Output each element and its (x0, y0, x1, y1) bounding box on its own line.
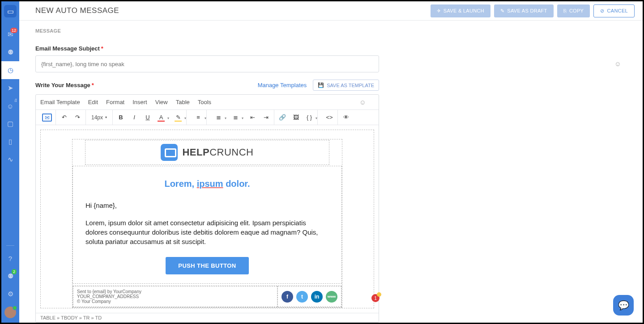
menu-insert[interactable]: Insert (132, 99, 147, 105)
email-headline[interactable]: Lorem, ipsum dolor. (85, 179, 329, 189)
helpcrunch-logo-icon (161, 144, 178, 161)
save-as-template-button[interactable]: 💾SAVE AS TEMPLATE (313, 80, 379, 91)
nav-contacts[interactable]: ⚉ (1, 43, 19, 61)
chat-widget-button[interactable]: 💬 (613, 295, 634, 316)
editor-breadcrumb[interactable]: TABLE » TBODY » TR » TD (36, 313, 379, 322)
menu-table[interactable]: Table (176, 99, 190, 105)
menu-email-template[interactable]: Email Template (40, 99, 80, 105)
nav-inbox[interactable]: ✉12 (1, 25, 19, 43)
helpcrunch-logo-text: HELPCRUNCH (182, 147, 253, 158)
nav-knowledge[interactable]: ▯ (1, 133, 19, 151)
linkedin-icon[interactable]: in (311, 291, 323, 303)
footer-sent-to: Sent to {email} by YourCompany (77, 289, 273, 294)
website-icon[interactable]: www (326, 291, 337, 303)
facebook-icon[interactable]: f (281, 291, 293, 303)
code-button[interactable]: <> (325, 114, 334, 121)
main-panel: NEW AUTO MESSAGE ✈SAVE & LAUNCH ✎SAVE AS… (19, 1, 643, 323)
nav-help[interactable]: ? (1, 249, 19, 267)
page-header: NEW AUTO MESSAGE ✈SAVE & LAUNCH ✎SAVE AS… (19, 1, 643, 21)
save-launch-button[interactable]: ✈SAVE & LAUNCH (431, 4, 490, 17)
menu-view[interactable]: View (155, 99, 168, 105)
editor-canvas[interactable]: HELPCRUNCH Lorem, ipsum dolor. Hi {name}… (36, 125, 379, 313)
nav-auto-messages[interactable]: ◷ (1, 61, 19, 79)
section-label-message: MESSAGE (19, 21, 643, 34)
notification-badge[interactable]: 1 (371, 294, 380, 302)
pencil-icon: ✎ (500, 8, 504, 14)
save-icon: 💾 (318, 82, 324, 88)
indent-button[interactable]: ⇥ (261, 114, 270, 121)
message-label: Write Your Message* (35, 82, 94, 88)
editor-menubar: Email Template Edit Format Insert View T… (36, 95, 379, 110)
editor-toolbar: ✉ ↶ ↷ 14px▾ B I U A▾ ✎▾ ≡▾ (36, 110, 379, 125)
cancel-icon: ⊘ (600, 8, 604, 14)
bold-button[interactable]: B (116, 114, 125, 121)
italic-button[interactable]: I (130, 114, 139, 121)
undo-button[interactable]: ↶ (60, 114, 68, 121)
invite-badge: 2 (12, 269, 17, 274)
bullet-list-button[interactable]: ≣▾ (214, 114, 223, 121)
align-button[interactable]: ≡▾ (194, 114, 203, 121)
subject-input[interactable] (35, 55, 379, 72)
nav-send[interactable]: ➤ (1, 79, 19, 97)
underline-button[interactable]: U (143, 114, 152, 121)
app-logo: ▭ (4, 5, 17, 17)
manage-templates-link[interactable]: Manage Templates (258, 82, 307, 88)
image-button[interactable]: 🖼 (291, 114, 300, 121)
cancel-button[interactable]: ⊘CANCEL (593, 4, 635, 17)
send-icon: ✈ (437, 8, 441, 14)
menu-tools[interactable]: Tools (198, 99, 211, 105)
nav-bot[interactable]: ☺ß (1, 97, 19, 115)
email-body[interactable]: Lorem, ipsum dolor. Hi {name}, Lorem, ip… (73, 166, 342, 284)
left-sidebar: ▭ ✉12 ⚉ ◷ ➤ ☺ß ▢ ▯ ∿ ? ⚉2 ⚙ (1, 1, 19, 323)
copy-button[interactable]: ⎘COPY (557, 4, 590, 17)
variable-button[interactable]: { }▾ (305, 114, 314, 121)
save-draft-button[interactable]: ✎SAVE AS DRAFT (494, 4, 554, 17)
email-footer[interactable]: Sent to {email} by YourCompany YOUR_COMP… (73, 286, 342, 307)
footer-copyright: © Your Company (77, 299, 273, 304)
emoji-icon[interactable]: ☺ (359, 98, 366, 106)
menu-format[interactable]: Format (106, 99, 124, 105)
highlight-button[interactable]: ✎▾ (174, 114, 183, 121)
link-button[interactable]: 🔗 (278, 114, 287, 121)
twitter-icon[interactable]: t (296, 291, 308, 303)
preview-button[interactable]: 👁 (341, 114, 350, 121)
redo-button[interactable]: ↷ (73, 114, 82, 121)
footer-address: YOUR_COMPANY_ADDRESS (77, 294, 273, 299)
copy-icon: ⎘ (563, 8, 567, 13)
menu-edit[interactable]: Edit (88, 99, 98, 105)
emoji-icon[interactable]: ☺ (614, 60, 621, 67)
email-header[interactable]: HELPCRUNCH (85, 140, 329, 165)
email-paragraph[interactable]: Lorem, ipsum dolor sit amet consectetur … (85, 218, 329, 246)
text-color-button[interactable]: A▾ (157, 114, 166, 121)
mail-icon[interactable]: ✉ (42, 114, 52, 122)
editor: Email Template Edit Format Insert View T… (35, 94, 379, 323)
number-list-button[interactable]: ≣▾ (231, 114, 240, 121)
font-size-select[interactable]: 14px▾ (90, 114, 109, 121)
page-title: NEW AUTO MESSAGE (35, 6, 119, 15)
subject-label: Email Message Subject* (35, 45, 627, 52)
user-avatar[interactable] (4, 307, 16, 318)
email-cta-button[interactable]: PUSH THE BUTTON (166, 257, 248, 274)
email-greeting[interactable]: Hi {name}, (85, 202, 329, 209)
outdent-button[interactable]: ⇤ (248, 114, 257, 121)
nav-reports[interactable]: ∿ (1, 151, 19, 168)
nav-invite[interactable]: ⚉2 (1, 267, 19, 285)
nav-settings[interactable]: ⚙ (1, 285, 19, 303)
inbox-badge: 12 (10, 28, 17, 33)
nav-widget[interactable]: ▢ (1, 115, 19, 133)
